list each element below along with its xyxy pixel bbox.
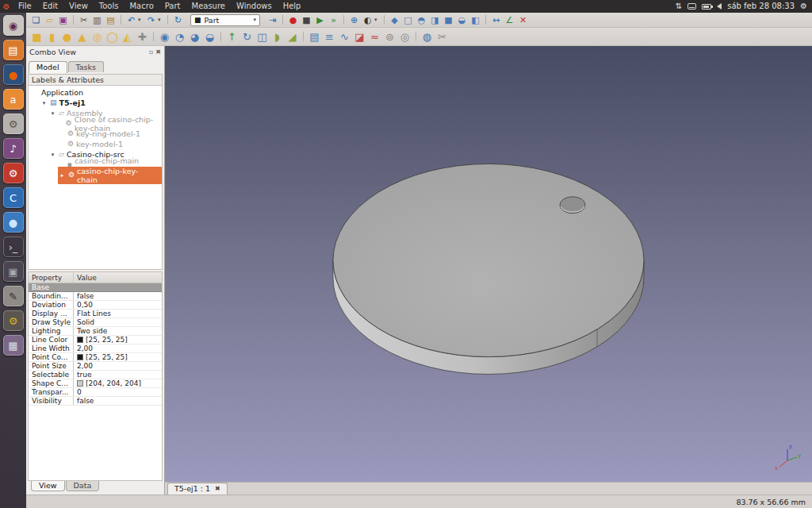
cut-icon[interactable]: ✂ <box>77 13 90 26</box>
launcher-system-settings-icon[interactable]: ⚙ <box>3 114 24 134</box>
view-bottom-icon[interactable]: ◒ <box>455 13 469 26</box>
view-fit-all-icon[interactable]: ⊕ <box>347 13 361 26</box>
copy-icon[interactable]: ▥ <box>90 13 104 26</box>
property-row[interactable]: Base <box>29 283 162 292</box>
menu-part[interactable]: Part <box>159 0 186 13</box>
view-rear-icon[interactable]: ■ <box>442 13 455 26</box>
menu-tools[interactable]: Tools <box>94 0 124 13</box>
part-sweep-icon[interactable]: ∿ <box>337 29 352 44</box>
part-box-icon[interactable]: ■ <box>29 29 44 44</box>
part-section-icon[interactable]: ◪ <box>352 29 367 44</box>
part-chamfer-icon[interactable]: ◢ <box>285 29 300 44</box>
launcher-freecad-icon[interactable]: ⚙ <box>3 310 24 331</box>
value-column-header[interactable]: Value <box>74 272 162 283</box>
expand-arrow-icon[interactable]: ▾ <box>40 100 48 106</box>
part-check-geometry-icon[interactable]: ◍ <box>419 29 435 44</box>
part-cross-sections-icon[interactable]: ≈ <box>367 29 382 44</box>
launcher-firefox-icon[interactable]: ● <box>3 64 24 85</box>
part-loft-icon[interactable]: ≡ <box>322 29 337 44</box>
measure-angular-icon[interactable]: ∠ <box>503 13 516 26</box>
keyboard-indicator-icon[interactable] <box>688 3 696 10</box>
expand-arrow-icon[interactable]: ▾ <box>49 110 56 117</box>
macro-debug-icon[interactable]: » <box>327 13 340 26</box>
float-panel-icon[interactable]: ▫ <box>149 48 153 56</box>
part-shape-builder-icon[interactable]: ✚ <box>135 29 150 44</box>
macro-play-icon[interactable]: ▶ <box>313 13 327 26</box>
property-row[interactable]: Transpar...0 <box>29 388 162 397</box>
menu-windows[interactable]: Windows <box>231 0 278 13</box>
3d-viewport[interactable]: z y x <box>165 46 812 482</box>
expand-arrow-icon[interactable]: ▾ <box>49 152 56 158</box>
part-offset-icon[interactable]: ⊚ <box>382 29 397 44</box>
redo-dropdown-icon[interactable]: ▾ <box>158 17 164 23</box>
part-defeaturing-icon[interactable]: ✂ <box>435 29 450 44</box>
tree-item[interactable]: Application <box>29 87 162 98</box>
view-front-icon[interactable]: □ <box>401 13 415 26</box>
part-ruled-surface-icon[interactable]: ▤ <box>307 29 322 44</box>
draw-style-dropdown-icon[interactable]: ▾ <box>374 17 381 23</box>
menu-help[interactable]: Help <box>278 0 307 13</box>
tab-view[interactable]: View <box>31 481 65 491</box>
model-tree[interactable]: Application▾▤T5-ej1▾▱Assembly⚙Clone of c… <box>28 86 163 270</box>
launcher-files-icon[interactable]: ▤ <box>3 40 24 60</box>
property-row[interactable]: Point Co...[25, 25, 25] <box>29 353 162 362</box>
launcher-terminal-icon[interactable]: ›_ <box>3 237 24 257</box>
launcher-amazon-icon[interactable]: a <box>3 89 24 110</box>
property-row[interactable]: Point Size2,00 <box>29 362 162 371</box>
part-fillet-icon[interactable]: ◗ <box>270 29 285 44</box>
view-left-icon[interactable]: ◧ <box>469 13 482 26</box>
measure-clear-icon[interactable]: ✕ <box>516 13 530 26</box>
tree-item[interactable]: ⚙key-model-1 <box>29 139 162 149</box>
part-sphere-icon[interactable]: ● <box>59 29 75 44</box>
menu-file[interactable]: File <box>13 0 37 13</box>
part-revolve-icon[interactable]: ↻ <box>239 29 255 44</box>
volume-icon[interactable] <box>717 3 722 10</box>
close-tab-icon[interactable]: ✖ <box>215 485 220 492</box>
launcher-editor-app-icon[interactable]: ✎ <box>3 286 24 306</box>
part-common-icon[interactable]: ◒ <box>202 29 217 44</box>
new-file-icon[interactable]: ❏ <box>29 13 43 26</box>
launcher-media-player-icon[interactable]: ♪ <box>3 138 24 159</box>
macro-record-icon[interactable]: ● <box>286 13 300 26</box>
part-boolean-icon[interactable]: ◉ <box>157 29 172 44</box>
property-row[interactable]: Boundin...false <box>29 292 162 301</box>
property-row[interactable]: Deviation0,50 <box>29 301 162 310</box>
tree-item[interactable]: ▾▤T5-ej1 <box>29 98 162 108</box>
part-thickness-icon[interactable]: ◎ <box>397 29 412 44</box>
property-row[interactable]: Shape C...[204, 204, 204] <box>29 379 162 388</box>
tab-model[interactable]: Model <box>29 61 67 73</box>
open-file-icon[interactable]: ▱ <box>43 13 56 26</box>
part-union-icon[interactable]: ◕ <box>187 29 202 44</box>
document-tab[interactable]: T5-ej1 : 1 ✖ <box>167 483 228 495</box>
launcher-software-updater-icon[interactable]: ⚙ <box>3 163 24 183</box>
refresh-icon[interactable]: ↻ <box>171 13 185 26</box>
expand-arrow-icon[interactable]: ▸ <box>59 172 66 179</box>
menu-measure[interactable]: Measure <box>186 0 232 13</box>
session-gear-icon[interactable]: ⚙ <box>800 0 807 13</box>
tree-item[interactable]: ▸⚙casino-chip-key-chain <box>29 170 162 180</box>
tab-tasks[interactable]: Tasks <box>68 61 104 72</box>
close-panel-icon[interactable]: ✖ <box>155 48 161 56</box>
network-arrows-icon[interactable]: ⇅ <box>676 0 682 13</box>
save-file-icon[interactable]: ▣ <box>56 13 70 26</box>
tree-item[interactable]: ⚙key-ring-model-1 <box>29 129 162 139</box>
launcher-globe-app-icon[interactable]: ● <box>3 212 24 233</box>
workbench-selector[interactable]: ■ Part ▾ <box>190 14 260 26</box>
tab-data[interactable]: Data <box>66 481 100 491</box>
view-axonometric-icon[interactable]: ◆ <box>388 13 401 26</box>
property-row[interactable]: LightingTwo side <box>29 327 162 336</box>
clock[interactable]: sáb feb 28 08:33 <box>727 0 795 13</box>
property-column-header[interactable]: Property <box>29 272 74 283</box>
paste-icon[interactable]: ▤ <box>104 13 117 26</box>
property-row[interactable]: Line Color[25, 25, 25] <box>29 336 162 344</box>
menu-edit[interactable]: Edit <box>37 0 63 13</box>
whats-this-icon[interactable]: ⇥ <box>266 13 279 26</box>
tree-item[interactable]: ⚙Clone of casino-chip-key-chain <box>29 118 162 129</box>
property-row[interactable]: Selectabletrue <box>29 371 162 379</box>
menu-macro[interactable]: Macro <box>124 0 159 13</box>
disc-top-face[interactable] <box>333 164 644 356</box>
part-tube-icon[interactable]: ◯ <box>105 29 120 44</box>
launcher-browser-c-icon[interactable]: C <box>3 187 24 208</box>
view-top-icon[interactable]: ◓ <box>415 13 428 26</box>
part-cone-icon[interactable]: ▲ <box>75 29 90 44</box>
